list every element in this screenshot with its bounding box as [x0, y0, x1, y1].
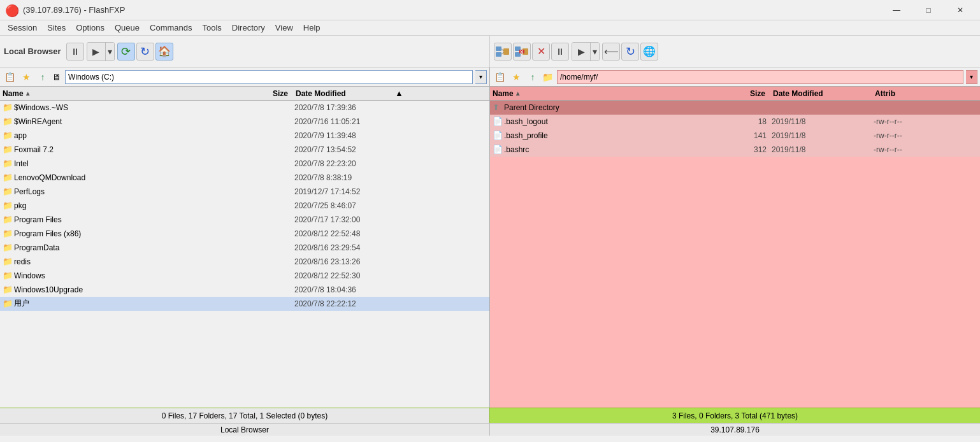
- local-file-row[interactable]: 📁Program Files (x86)2020/8/12 22:52:48: [0, 227, 489, 241]
- menu-item-directory[interactable]: Directory: [227, 21, 270, 35]
- remote-path-star-icon[interactable]: ★: [509, 70, 523, 84]
- remote-file-row[interactable]: 📄.bash_logout182019/11/8-rw-r--r--: [490, 115, 980, 129]
- local-col-date[interactable]: Date Modified: [293, 89, 395, 98]
- local-file-row[interactable]: 📁用户2020/7/8 22:22:12: [0, 297, 489, 311]
- file-date: 2020/7/8 17:39:36: [294, 103, 396, 112]
- remote-file-name: .bash_logout: [504, 117, 721, 126]
- menu-item-queue[interactable]: Queue: [110, 21, 145, 35]
- status-area: 0 Files, 17 Folders, 17 Total, 1 Selecte…: [0, 408, 980, 423]
- remote-col-size[interactable]: Size: [719, 89, 770, 98]
- file-name: $Windows.~WS: [14, 103, 243, 112]
- local-file-row[interactable]: 📁Windows10Upgrade2020/7/8 18:04:36: [0, 283, 489, 297]
- local-panel: Name ▲ Size Date Modified ▲ 📁$Windows.~W…: [0, 87, 490, 408]
- menu-item-commands[interactable]: Commands: [145, 21, 197, 35]
- remote-path-copy-icon[interactable]: 📋: [493, 70, 507, 84]
- file-name: Program Files (x86): [14, 229, 243, 238]
- svg-line-4: [501, 52, 503, 55]
- file-date: 2020/7/8 18:04:36: [294, 285, 396, 294]
- file-name: LenovoQMDownload: [14, 173, 243, 182]
- minimize-button[interactable]: —: [882, 0, 911, 20]
- file-date: 2020/7/7 13:54:52: [294, 145, 396, 154]
- name-sort-arrow: ▲: [25, 90, 31, 97]
- remote-col-date[interactable]: Date Modified: [770, 89, 872, 98]
- remote-file-row[interactable]: ⬆Parent Directory: [490, 101, 980, 115]
- menu-item-view[interactable]: View: [270, 21, 298, 35]
- remote-file-row[interactable]: 📄.bashrc3122019/11/8-rw-r--r--: [490, 143, 980, 157]
- transfer-button[interactable]: ⟳: [117, 43, 135, 61]
- refresh-button[interactable]: ↻: [136, 43, 154, 61]
- cancel-transfer-button[interactable]: ✕: [532, 43, 550, 61]
- connect-button[interactable]: [494, 43, 512, 61]
- menu-item-options[interactable]: Options: [71, 21, 110, 35]
- remote-file-name: Parent Directory: [504, 103, 721, 112]
- local-path-up-icon[interactable]: ↑: [36, 70, 50, 84]
- remote-col-attrib[interactable]: Attrib: [872, 89, 980, 98]
- local-file-row[interactable]: 📁PerfLogs2019/12/7 17:14:52: [0, 185, 489, 199]
- play-remote-dropdown[interactable]: ▾: [590, 43, 599, 61]
- remote-file-row[interactable]: 📄.bash_profile1412019/11/8-rw-r--r--: [490, 129, 980, 143]
- file-name: app: [14, 131, 243, 140]
- local-browser-label: Local Browser: [4, 46, 61, 56]
- pause-remote-button[interactable]: ⏸: [551, 43, 569, 61]
- local-file-row[interactable]: 📁Intel2020/7/8 22:23:20: [0, 157, 489, 171]
- file-name: PerfLogs: [14, 187, 243, 196]
- remote-path-dropdown[interactable]: ▾: [966, 70, 977, 84]
- web-button[interactable]: 🌐: [640, 43, 658, 61]
- play-remote-button[interactable]: ▶: [572, 43, 590, 61]
- folder-icon: 📁: [3, 271, 14, 280]
- local-file-row[interactable]: 📁ProgramData2020/8/16 23:29:54: [0, 241, 489, 255]
- remote-file-date: 2019/11/8: [772, 145, 874, 154]
- local-file-row[interactable]: 📁$WinREAgent2020/7/16 11:05:21: [0, 115, 489, 129]
- local-path-input[interactable]: [65, 70, 473, 84]
- folder-icon: 📁: [3, 229, 14, 238]
- maximize-button[interactable]: □: [914, 0, 943, 20]
- local-drive-icon: 🖥: [52, 72, 61, 82]
- local-col-name[interactable]: Name ▲: [0, 89, 242, 98]
- file-date: 2020/8/12 22:52:48: [294, 229, 396, 238]
- local-path-star-icon[interactable]: ★: [19, 70, 33, 84]
- back-button[interactable]: ⟵: [602, 43, 620, 61]
- refresh-remote-button[interactable]: ↻: [621, 43, 639, 61]
- menu-item-tools[interactable]: Tools: [197, 21, 226, 35]
- folder-icon: 📁: [3, 201, 14, 210]
- menu-item-session[interactable]: Session: [3, 21, 42, 35]
- file-icon: 📄: [493, 145, 504, 154]
- menu-item-help[interactable]: Help: [298, 21, 326, 35]
- remote-file-name: .bash_profile: [504, 131, 721, 140]
- local-file-row[interactable]: 📁app2020/7/9 11:39:48: [0, 129, 489, 143]
- file-name: $WinREAgent: [14, 117, 243, 126]
- local-path-copy-icon[interactable]: 📋: [3, 70, 17, 84]
- file-name: Windows: [14, 271, 243, 280]
- remote-path-input[interactable]: [557, 70, 963, 84]
- local-file-row[interactable]: 📁$Windows.~WS2020/7/8 17:39:36: [0, 101, 489, 115]
- local-file-row[interactable]: 📁redis2020/8/16 23:13:26: [0, 255, 489, 269]
- close-button[interactable]: ✕: [946, 0, 975, 20]
- remote-path-bar: 📋 ★ ↑ 📁 ▾: [490, 68, 980, 86]
- remote-panel-header: Name ▲ Size Date Modified Attrib: [490, 87, 980, 101]
- folder-icon: 📁: [3, 117, 14, 126]
- disconnect-button[interactable]: X: [513, 43, 531, 61]
- local-file-row[interactable]: 📁Program Files2020/7/17 17:32:00: [0, 213, 489, 227]
- home-button[interactable]: 🏠: [155, 43, 173, 61]
- file-name: 用户: [14, 298, 243, 309]
- remote-file-list: ⬆Parent Directory📄.bash_logout182019/11/…: [490, 101, 980, 408]
- remote-col-name[interactable]: Name ▲: [490, 89, 719, 98]
- local-file-row[interactable]: 📁Windows2020/8/12 22:52:30: [0, 269, 489, 283]
- file-date: 2020/7/17 17:32:00: [294, 215, 396, 224]
- remote-path-up-icon[interactable]: ↑: [526, 70, 540, 84]
- local-file-row[interactable]: 📁LenovoQMDownload2020/7/8 8:38:19: [0, 171, 489, 185]
- remote-file-name: .bashrc: [504, 145, 721, 154]
- pause-button[interactable]: ⏸: [66, 43, 84, 61]
- window-controls: — □ ✕: [882, 0, 975, 20]
- folder-icon: 📁: [3, 215, 14, 224]
- remote-file-size: 312: [721, 145, 772, 154]
- local-file-row[interactable]: 📁pkg2020/7/25 8:46:07: [0, 199, 489, 213]
- play-button[interactable]: ▶: [87, 43, 105, 61]
- file-name: Program Files: [14, 215, 243, 224]
- menu-item-sites[interactable]: Sites: [42, 21, 71, 35]
- folder-icon: 📁: [3, 187, 14, 196]
- local-col-size[interactable]: Size: [242, 89, 293, 98]
- local-path-dropdown[interactable]: ▾: [475, 70, 487, 84]
- play-dropdown-button[interactable]: ▾: [105, 43, 114, 61]
- local-file-row[interactable]: 📁Foxmail 7.22020/7/7 13:54:52: [0, 143, 489, 157]
